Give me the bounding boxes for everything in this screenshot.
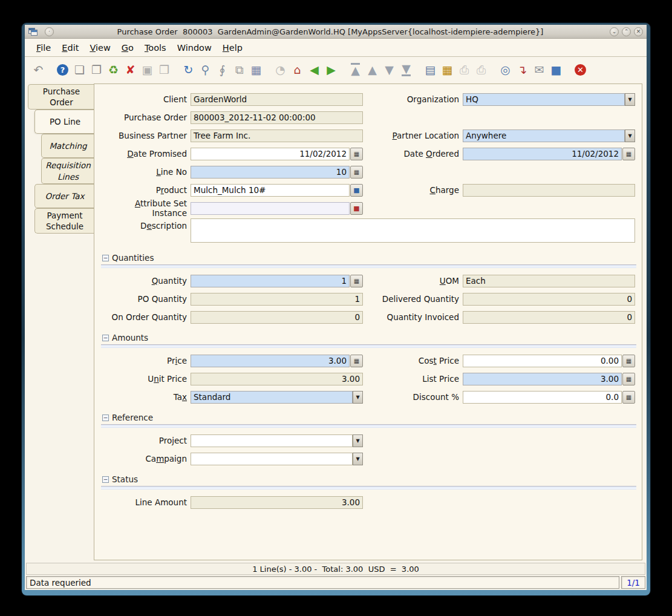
last-record-icon[interactable]: ▼ (398, 62, 414, 78)
menu-bar: FileEditViewGoToolsWindowHelp (25, 39, 647, 57)
new-record-icon[interactable]: ❏ (71, 62, 88, 78)
purchase-order-field: 800003_2012-11-02 00:00:00 (191, 111, 363, 124)
calendar-icon[interactable]: ▦ (622, 148, 635, 160)
po-quantity-label: PO Quantity (101, 294, 191, 304)
product-search-icon[interactable]: ■ (350, 184, 363, 197)
zoom-across-icon[interactable]: ◎ (497, 62, 514, 78)
grid-toggle-icon[interactable]: ▦ (248, 62, 264, 78)
attribute-set-instance-label: Attribute Set Instance (101, 198, 191, 218)
toolbar: ↶?❏❐♻✘▣❒↻⚲∮⧉▦◔⌂◀▶▲▲▼▼▤▦⎙⎙◎↴✉■✕ (25, 57, 647, 82)
chevron-down-icon[interactable]: ▼ (353, 391, 363, 404)
menu-file[interactable]: File (31, 41, 56, 54)
workspace: Purchase OrderPO LineMatchingRequisition… (25, 82, 647, 562)
request-icon[interactable]: ✉ (531, 62, 547, 78)
help-icon[interactable]: ? (54, 62, 71, 78)
price-input[interactable]: 3.00 (191, 355, 350, 367)
next-record-icon[interactable]: ▼ (381, 62, 397, 78)
date-ordered-input[interactable]: 11/02/2012 (463, 148, 622, 160)
record-count: 1/1 (621, 576, 645, 589)
attachment-icon[interactable]: ∮ (214, 62, 230, 78)
requery-icon[interactable]: ↻ (180, 62, 197, 78)
section-quantities[interactable]: − Quantities (101, 252, 636, 265)
copy-record-icon[interactable]: ❐ (88, 62, 105, 78)
line-no-input[interactable]: 10 (191, 166, 350, 179)
menu-edit[interactable]: Edit (56, 41, 84, 54)
list-price-input[interactable]: 3.00 (463, 373, 622, 385)
product-input[interactable]: Mulch_Mulch 10# (191, 184, 350, 197)
section-reference[interactable]: − Reference (101, 411, 636, 425)
unit-price-field: 3.00 (191, 373, 363, 385)
calendar-icon[interactable]: ▦ (350, 148, 363, 160)
parent-record-icon[interactable]: ◀ (306, 62, 322, 78)
partner-location-select[interactable]: Anywhere ▼ (463, 129, 635, 142)
attribute-search-icon[interactable]: ■ (350, 202, 363, 215)
tab-requisition-lines[interactable]: Requisition Lines (41, 158, 94, 183)
tab-payment-schedule[interactable]: Payment Schedule (34, 208, 94, 234)
shade-button[interactable]: ⌄ (610, 27, 619, 36)
section-divider (101, 425, 636, 428)
exit-icon[interactable]: ✕ (572, 62, 589, 78)
close-button[interactable]: ✕ (634, 27, 643, 36)
window-size-icon[interactable]: ■ (548, 62, 564, 78)
collapse-icon[interactable]: − (102, 255, 109, 261)
previous-record-icon[interactable]: ▲ (364, 62, 380, 78)
collapse-icon[interactable]: − (102, 335, 109, 341)
campaign-select[interactable]: ▼ (191, 453, 363, 465)
calculator-icon[interactable]: ▦ (622, 373, 635, 385)
report-icon[interactable]: ▤ (422, 62, 439, 78)
menu-window[interactable]: Window (172, 41, 217, 54)
workflow-icon[interactable]: ↴ (514, 62, 530, 78)
status-bar: Data requeried 1/1 (25, 575, 647, 590)
section-status[interactable]: − Status (101, 473, 636, 487)
discount-input[interactable]: 0.0 (463, 391, 622, 404)
project-label: Project (101, 436, 191, 445)
tax-select[interactable]: Standard ▼ (191, 391, 363, 404)
chevron-down-icon[interactable]: ▼ (353, 453, 363, 465)
collapse-icon[interactable]: − (102, 414, 109, 421)
menu-tools[interactable]: Tools (139, 41, 172, 54)
calculator-icon[interactable]: ▦ (350, 355, 363, 367)
on-order-quantity-label: On Order Quantity (101, 312, 191, 322)
organization-select[interactable]: HQ ▼ (463, 93, 635, 106)
cost-price-input[interactable]: 0.00 (463, 355, 622, 367)
description-input[interactable] (191, 218, 635, 243)
calculator-icon[interactable]: ▦ (622, 355, 635, 367)
section-amounts[interactable]: − Amounts (101, 332, 636, 345)
project-select[interactable]: ▼ (191, 434, 363, 447)
tab-po-line[interactable]: PO Line (34, 110, 95, 134)
collapse-icon[interactable]: − (102, 476, 109, 483)
business-partner-field: Tree Farm Inc. (191, 129, 363, 142)
quantity-input[interactable]: 1 (191, 275, 350, 287)
campaign-label: Campaign (101, 454, 191, 464)
delete-selection-icon[interactable]: ✘ (122, 62, 139, 78)
menu-help[interactable]: Help (217, 41, 248, 54)
detail-record-icon[interactable]: ▶ (323, 62, 339, 78)
home-icon[interactable]: ⌂ (289, 62, 305, 78)
delivered-quantity-field: 0 (463, 293, 635, 306)
po-quantity-field: 1 (191, 293, 363, 306)
first-record-icon[interactable]: ▲ (347, 62, 364, 78)
tab-order-tax[interactable]: Order Tax (34, 184, 94, 208)
window-menu-icon[interactable] (28, 28, 38, 36)
archive-icon[interactable]: ▦ (439, 62, 455, 78)
date-promised-input[interactable]: 11/02/2012 (191, 148, 350, 160)
tab-purchase-order[interactable]: Purchase Order (28, 84, 94, 110)
calculator-icon[interactable]: ▦ (622, 391, 635, 404)
chevron-down-icon[interactable]: ▼ (353, 434, 363, 447)
find-icon[interactable]: ⚲ (197, 62, 214, 78)
delete-record-icon[interactable]: ♻ (105, 62, 122, 78)
document-summary: 1 Line(s) - 3.00 - Total: 3.00 USD = 3.0… (26, 563, 645, 575)
chevron-down-icon[interactable]: ▼ (625, 93, 635, 106)
maximize-button[interactable]: ⌃ (622, 27, 631, 36)
delivered-quantity-label: Delivered Quantity (366, 294, 463, 304)
attribute-set-instance-input[interactable] (191, 202, 350, 215)
tab-matching[interactable]: Matching (41, 134, 94, 158)
chat-icon[interactable]: ⧉ (231, 62, 247, 78)
menu-go[interactable]: Go (116, 41, 139, 54)
calculator-icon[interactable]: ▦ (350, 275, 363, 287)
chevron-down-icon[interactable]: ▼ (625, 129, 635, 142)
calculator-icon[interactable]: ▦ (350, 166, 363, 179)
pin-button[interactable]: · (45, 27, 54, 36)
menu-view[interactable]: View (84, 41, 116, 54)
undo-icon[interactable]: ↶ (30, 62, 47, 78)
